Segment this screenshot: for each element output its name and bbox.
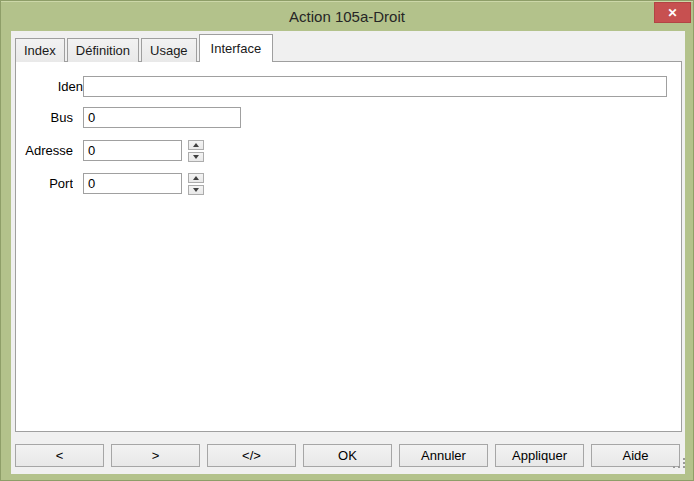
code-view-button[interactable]: </>: [207, 444, 296, 467]
adresse-spin-up-button[interactable]: [188, 140, 204, 150]
field-label-bus: Bus: [23, 107, 73, 128]
port-spinner: [188, 173, 204, 195]
field-label-adresse: Adresse: [23, 140, 73, 161]
field-label-port: Port: [23, 173, 73, 194]
arrow-up-icon: [193, 143, 199, 147]
dialog-window: Action 105a-Droit ✕ Index Définition Usa…: [0, 0, 694, 481]
adresse-input[interactable]: [83, 140, 182, 161]
resize-grip[interactable]: [672, 458, 686, 470]
arrow-up-icon: [193, 176, 199, 180]
adresse-spin-down-button[interactable]: [188, 152, 204, 162]
previous-button[interactable]: <: [15, 444, 104, 467]
port-spin-down-button[interactable]: [188, 185, 204, 195]
window-title: Action 105a-Droit: [1, 1, 693, 31]
port-input[interactable]: [83, 173, 182, 194]
help-button[interactable]: Aide: [591, 444, 680, 467]
close-icon: ✕: [667, 7, 677, 19]
port-spin-up-button[interactable]: [188, 173, 204, 183]
tab-index[interactable]: Index: [15, 38, 65, 62]
tab-usage[interactable]: Usage: [141, 38, 197, 62]
adresse-spinner: [188, 140, 204, 162]
iden-input[interactable]: [83, 76, 667, 97]
next-button[interactable]: >: [111, 444, 200, 467]
tab-definition[interactable]: Définition: [67, 38, 139, 62]
tab-bar: Index Définition Usage Interface: [15, 34, 275, 62]
dialog-client-area: Index Définition Usage Interface Iden Bu…: [11, 31, 685, 474]
titlebar[interactable]: Action 105a-Droit ✕: [1, 1, 693, 31]
tab-panel-interface: Iden Bus Adresse Port: [15, 61, 682, 432]
bus-input[interactable]: [83, 107, 241, 128]
arrow-down-icon: [193, 155, 199, 159]
apply-button[interactable]: Appliquer: [495, 444, 584, 467]
tab-interface[interactable]: Interface: [199, 34, 274, 62]
arrow-down-icon: [193, 188, 199, 192]
button-bar: < > </> OK Annuler Appliquer Aide: [15, 444, 680, 467]
close-button[interactable]: ✕: [654, 2, 691, 23]
ok-button[interactable]: OK: [303, 444, 392, 467]
cancel-button[interactable]: Annuler: [399, 444, 488, 467]
field-label-iden: Iden: [33, 76, 83, 97]
